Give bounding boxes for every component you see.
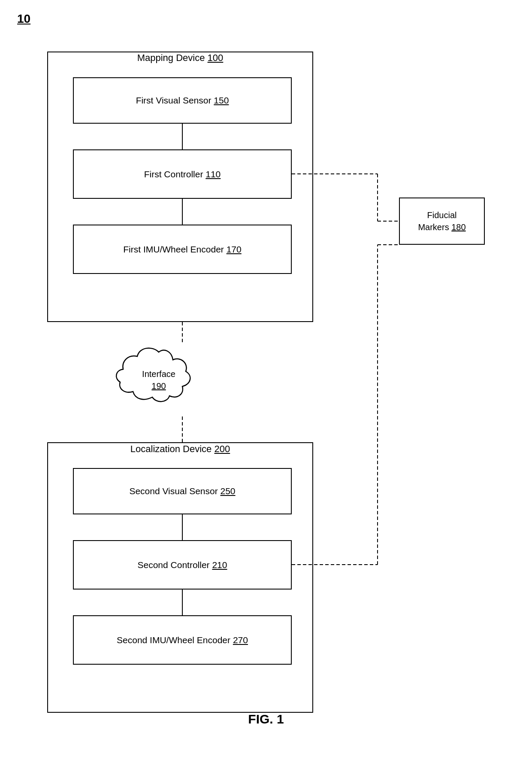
interface-cloud: Interface 190 — [109, 343, 208, 416]
second-imu-box: Second IMU/Wheel Encoder 270 — [73, 615, 292, 665]
diagram-area: Mapping Device 100 First Visual Sensor 1… — [26, 30, 506, 743]
second-controller-label: Second Controller 210 — [138, 560, 227, 570]
first-controller-box: First Controller 110 — [73, 149, 292, 199]
fiducial-markers-box: FiducialMarkers 180 — [399, 198, 485, 245]
second-visual-sensor-label: Second Visual Sensor 250 — [129, 486, 235, 496]
second-visual-sensor-box: Second Visual Sensor 250 — [73, 468, 292, 514]
second-controller-box: Second Controller 210 — [73, 540, 292, 590]
first-visual-sensor-label: First Visual Sensor 150 — [136, 95, 229, 106]
first-imu-box: First IMU/Wheel Encoder 170 — [73, 225, 292, 274]
second-imu-label: Second IMU/Wheel Encoder 270 — [117, 635, 248, 645]
first-controller-label: First Controller 110 — [144, 169, 221, 179]
fiducial-markers-label: FiducialMarkers 180 — [418, 209, 466, 233]
page-ref: 10 — [17, 12, 30, 26]
fig-label: FIG. 1 — [26, 712, 506, 726]
first-visual-sensor-box: First Visual Sensor 150 — [73, 77, 292, 124]
first-imu-label: First IMU/Wheel Encoder 170 — [123, 244, 241, 255]
interface-text: Interface 190 — [142, 368, 175, 392]
